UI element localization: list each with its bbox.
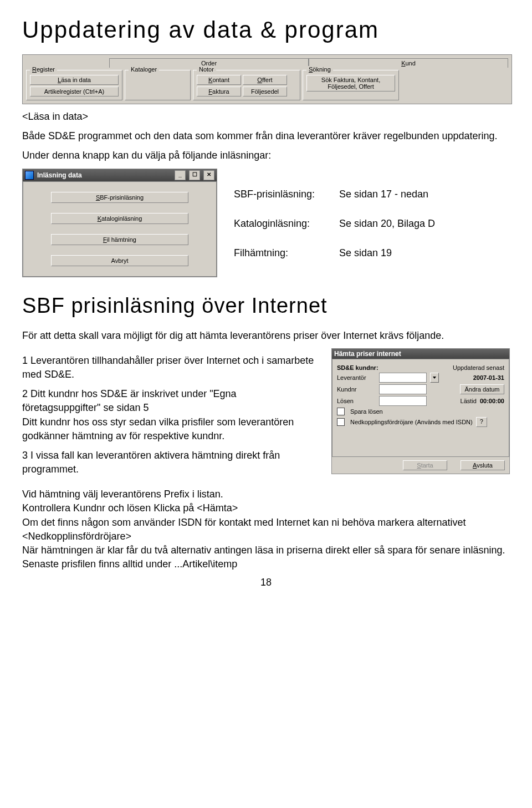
text-item2b: Ditt kundnr hos oss styr sedan vilka pri… xyxy=(22,415,315,443)
nedkoppl-checkbox[interactable] xyxy=(337,418,345,426)
leverantor-dropdown-icon[interactable] xyxy=(430,373,439,383)
toolbar-panel: Order Kund Register Läsa in data Artikel… xyxy=(22,54,512,104)
leverantor-label: Leverantör xyxy=(337,374,376,381)
btn-offert[interactable]: Offert xyxy=(243,75,287,85)
group-register-label: Register xyxy=(30,66,57,73)
text-intro3: För att detta skall vara möjligt för dig… xyxy=(22,329,510,343)
hamta-title: Hämta priser internet xyxy=(334,350,507,358)
text-para4: Vid hämtning välj leverantörens Prefix i… xyxy=(22,487,510,501)
text-item3: 3 I vissa fall kan leverantören aktivera… xyxy=(22,449,315,476)
page-number: 18 xyxy=(22,577,510,588)
kundnr-input[interactable] xyxy=(379,384,427,394)
btn-faktura[interactable]: Faktura xyxy=(197,87,241,96)
text-item1: 1 Leverantören tillhandahåller priser öv… xyxy=(22,354,315,382)
text-para5: Kontrollera Kundnr och lösen Klicka på <… xyxy=(22,501,510,515)
info-katalog: Kataloginläsning: Se sidan 20, Bilaga D xyxy=(234,218,510,230)
leverantor-input[interactable] xyxy=(379,373,427,383)
page-title: Uppdatering av data & program xyxy=(22,17,510,43)
btn-lasa-in-data[interactable]: Läsa in data xyxy=(30,75,119,85)
section-subtitle: SBF prisinläsning över Internet xyxy=(22,294,510,318)
group-kataloger-label: Kataloger xyxy=(129,66,159,73)
text-intro2: Under denna knapp kan du välja på följan… xyxy=(22,149,510,162)
btn-kontant[interactable]: Kontant xyxy=(197,75,241,85)
info-sbf-label: SBF-prisinläsning: xyxy=(234,189,323,200)
tab-kund[interactable]: Kund xyxy=(309,58,508,68)
hamta-titlebar[interactable]: Hämta priser internet xyxy=(332,349,509,359)
hamta-priser-window: Hämta priser internet SD&E kundnr: Uppda… xyxy=(331,348,510,474)
help-icon[interactable]: ? xyxy=(476,417,487,427)
info-katalog-value: Se sidan 20, Bilaga D xyxy=(339,218,435,230)
group-notor-label: Notor xyxy=(197,66,216,73)
btn-fil-hamtning[interactable]: Fil hämtning xyxy=(51,234,188,245)
lastid-value: 00:00:00 xyxy=(480,398,504,404)
text-intro1: Både SD&E programmet och den data som ko… xyxy=(22,129,510,143)
text-item2a: 2 Ditt kundnr hos SD&E är inskrivet unde… xyxy=(22,387,315,415)
minimize-icon[interactable] xyxy=(175,170,186,180)
info-sbf: SBF-prisinläsning: Se sidan 17 - nedan xyxy=(234,189,510,200)
losen-label: Lösen xyxy=(337,398,376,404)
info-katalog-label: Kataloginläsning: xyxy=(234,218,323,230)
info-fil-label: Filhämtning: xyxy=(234,247,323,259)
btn-artikelregister[interactable]: Artikelregister (Ctrl+A) xyxy=(30,87,119,96)
inlasning-title: Inläsning data xyxy=(37,171,171,179)
nedkoppl-label: Nedkopplingsfördröjare (Används med ISDN… xyxy=(350,419,473,425)
spara-losen-label: Spara lösen xyxy=(350,408,383,415)
kundnr-label: SD&E kundnr: xyxy=(337,364,392,371)
kundnr2-label: Kundnr xyxy=(337,386,376,393)
text-para6: Om det finns någon som använder ISDN för… xyxy=(22,516,510,543)
uppdaterad-value: 2007-01-31 xyxy=(473,374,504,381)
btn-kataloginlasning[interactable]: Kataloginläsning xyxy=(51,213,188,224)
inlasning-window: Inläsning data SBF-prisinläsning Katalog… xyxy=(22,169,217,277)
spara-losen-checkbox[interactable] xyxy=(337,408,345,415)
uppdaterad-label: Uppdaterad senast xyxy=(453,364,504,371)
app-icon xyxy=(25,171,34,180)
group-sokning-label: Sökning xyxy=(306,66,333,73)
btn-starta[interactable]: Starta xyxy=(403,460,447,470)
text-lasa-in-data: <Läsa in data> xyxy=(22,110,510,124)
info-fil: Filhämtning: Se sidan 19 xyxy=(234,247,510,259)
close-icon[interactable] xyxy=(203,170,214,180)
info-fil-value: Se sidan 19 xyxy=(339,247,392,259)
losen-input[interactable] xyxy=(379,396,427,406)
lastid-label: Lästid xyxy=(461,398,477,404)
btn-sbf-prisinlasning[interactable]: SBF-prisinläsning xyxy=(51,192,188,203)
btn-sok-faktura[interactable]: Sök Faktura, Kontant, Följesedel, Offert xyxy=(306,75,395,92)
btn-avbryt[interactable]: Avbryt xyxy=(51,255,188,266)
text-para7: När hämtningen är klar får du två altern… xyxy=(22,543,510,571)
info-sbf-value: Se sidan 17 - nedan xyxy=(339,189,428,200)
btn-avsluta[interactable]: Avsluta xyxy=(461,460,505,470)
inlasning-titlebar[interactable]: Inläsning data xyxy=(23,169,217,181)
btn-foljesedel[interactable]: Följesedel xyxy=(243,87,287,96)
btn-andra-datum[interactable]: Ändra datum xyxy=(460,384,504,394)
maximize-icon[interactable] xyxy=(189,170,200,180)
